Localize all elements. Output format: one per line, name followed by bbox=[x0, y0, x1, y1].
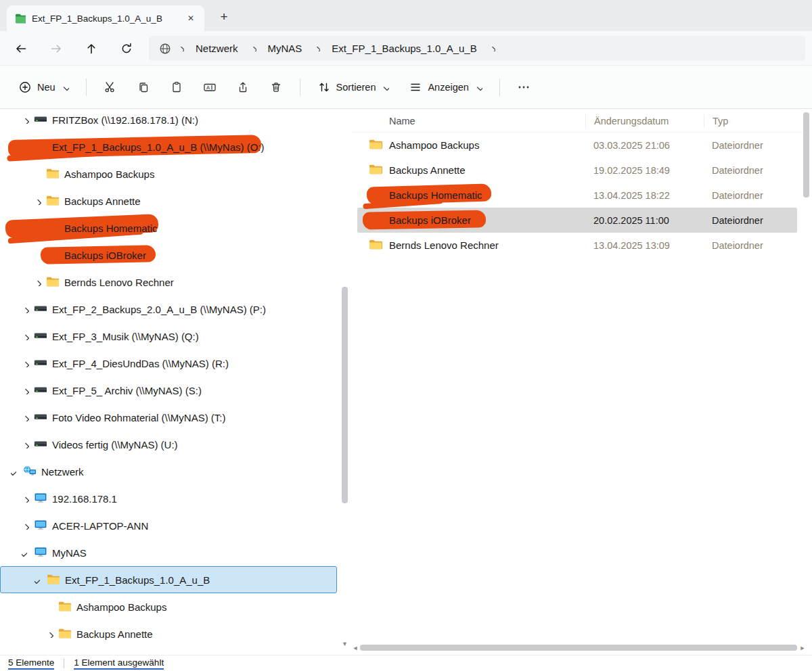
file-name: Backups iOBroker bbox=[389, 214, 585, 226]
file-row-bernds-lenovo-rechner[interactable]: Bernds Lenovo Rechner 13.04.2025 13:09 D… bbox=[357, 233, 797, 258]
chevron-right-icon[interactable] bbox=[18, 491, 32, 506]
file-row-backups-iobroker-selected[interactable]: Backups iOBroker 20.02.2025 11:00 Dateio… bbox=[357, 208, 797, 233]
up-button[interactable] bbox=[78, 37, 103, 60]
share-button[interactable] bbox=[227, 73, 258, 101]
copy-button[interactable] bbox=[128, 73, 159, 101]
chevron-right-icon[interactable] bbox=[18, 410, 32, 425]
status-separator bbox=[64, 659, 64, 668]
sidebar-item-label: MyNAS bbox=[52, 547, 87, 559]
file-list-header: Name Änderungsdatum Typ bbox=[352, 110, 803, 133]
sort-button[interactable]: Sortieren bbox=[309, 73, 399, 101]
chevron-down-icon bbox=[475, 83, 482, 91]
view-button-label: Anzeigen bbox=[428, 82, 468, 93]
rename-icon bbox=[203, 80, 216, 93]
back-button[interactable] bbox=[8, 37, 32, 60]
network-location-icon[interactable] bbox=[156, 42, 173, 54]
drive-icon bbox=[32, 112, 47, 127]
computer-icon bbox=[32, 518, 47, 533]
chevron-right-icon[interactable] bbox=[30, 193, 45, 208]
sidebar-item-label: Ext_FP_1_Backups_1.0_A_u_B bbox=[65, 574, 210, 586]
toolbar: Neu Sortieren Anzeigen bbox=[0, 65, 812, 109]
breadcrumb-mynas[interactable]: MyNAS bbox=[261, 39, 310, 57]
sidebar-item-backups-iobroker[interactable]: Backups iOBroker bbox=[0, 241, 340, 269]
chevron-right-icon[interactable] bbox=[30, 275, 45, 290]
file-row-backups-homematic[interactable]: Backups Homematic 13.04.2025 18:22 Datei… bbox=[357, 183, 797, 208]
sidebar-item-ashampoo-backups-2[interactable]: Ashampoo Backups bbox=[0, 593, 340, 620]
filelist-vertical-scrollbar-thumb[interactable] bbox=[803, 112, 809, 198]
view-button[interactable]: Anzeigen bbox=[400, 73, 491, 101]
sidebar-item-ext-fp-3-q[interactable]: Ext_FP_3_Musik (\\MyNAS) (Q:) bbox=[0, 323, 340, 350]
sidebar-item-fritzbox-n[interactable]: FRITZBox (\\192.168.178.1) (N:) bbox=[0, 106, 340, 133]
column-header-name[interactable]: Name bbox=[389, 116, 585, 126]
file-type: Dateiordner bbox=[704, 190, 797, 201]
toolbar-separator bbox=[499, 78, 500, 96]
sidebar-item-label: Ext_FP_3_Musik (\\MyNAS) (Q:) bbox=[52, 331, 199, 342]
sidebar-item-backups-annette-2[interactable]: Backups Annette bbox=[0, 620, 340, 647]
sidebar-item-videos-fertig-u[interactable]: Videos fertig (\\MyNAS) (U:) bbox=[0, 431, 340, 458]
chevron-right-icon[interactable] bbox=[18, 112, 32, 127]
column-header-modified[interactable]: Änderungsdatum bbox=[585, 114, 704, 128]
folder-icon bbox=[45, 275, 60, 290]
sidebar-item-ext-fp-1-selected[interactable]: Ext_FP_1_Backups_1.0_A_u_B bbox=[0, 566, 337, 593]
sidebar-item-label: Ext_FP_4_DiesUndDas (\\MyNAS) (R:) bbox=[52, 358, 229, 369]
sidebar-item-label: Ext_FP_1_Backups_1.0_A_u_B (\\MyNas) (O:… bbox=[52, 141, 264, 153]
item-count-label: 5 Elemente bbox=[8, 657, 54, 670]
sidebar-item-netzwerk[interactable]: Netzwerk bbox=[0, 458, 340, 485]
more-options-button[interactable] bbox=[508, 73, 539, 101]
delete-button[interactable] bbox=[261, 73, 292, 101]
forward-button[interactable] bbox=[43, 37, 68, 60]
chevron-right-icon[interactable] bbox=[487, 45, 497, 51]
chevron-down-icon[interactable] bbox=[30, 572, 45, 587]
sidebar-item-backups-annette[interactable]: Backups Annette bbox=[0, 187, 340, 214]
filelist-horizontal-scrollbar-thumb[interactable] bbox=[360, 645, 797, 651]
copy-icon bbox=[137, 80, 150, 93]
sidebar-item-bernds-lenovo-rechner[interactable]: Bernds Lenovo Rechner bbox=[0, 269, 340, 296]
scroll-left-arrow[interactable]: ◄ bbox=[351, 644, 359, 652]
folder-icon bbox=[45, 193, 60, 208]
paste-button[interactable] bbox=[161, 73, 192, 101]
chevron-down-icon[interactable] bbox=[18, 545, 32, 560]
chevron-down-icon[interactable] bbox=[7, 464, 22, 479]
sidebar-item-acer-laptop-ann[interactable]: ACER-LAPTOP-ANN bbox=[0, 512, 340, 539]
sidebar-item-foto-video-t[interactable]: Foto Video Rohmaterial (\\MyNAS) (T:) bbox=[0, 404, 340, 431]
chevron-right-icon[interactable] bbox=[18, 302, 32, 317]
breadcrumb-netzwerk[interactable]: Netzwerk bbox=[188, 39, 246, 57]
breadcrumb-current-folder[interactable]: Ext_FP_1_Backups_1.0_A_u_B bbox=[324, 39, 484, 57]
sidebar-item-ext-fp-5-s[interactable]: Ext_FP_5_ Archiv (\\MyNAS) (S:) bbox=[0, 377, 340, 404]
cut-button[interactable] bbox=[95, 73, 126, 101]
sidebar-item-ext-fp-1-o[interactable]: Ext_FP_1_Backups_1.0_A_u_B (\\MyNas) (O:… bbox=[0, 133, 340, 160]
sidebar-item-ext-fp-4-r[interactable]: Ext_FP_4_DiesUndDas (\\MyNAS) (R:) bbox=[0, 350, 340, 377]
chevron-placeholder bbox=[30, 166, 45, 181]
sidebar-item-label: Backups Annette bbox=[64, 195, 141, 207]
chevron-right-icon[interactable] bbox=[18, 383, 32, 398]
file-name: Backups Annette bbox=[389, 164, 585, 176]
new-tab-button[interactable]: + bbox=[212, 5, 235, 28]
chevron-right-icon[interactable] bbox=[18, 518, 32, 533]
scissors-icon bbox=[104, 80, 116, 93]
chevron-right-icon[interactable] bbox=[42, 626, 57, 641]
refresh-button[interactable] bbox=[114, 37, 138, 60]
file-name: Bernds Lenovo Rechner bbox=[389, 239, 585, 251]
scroll-right-arrow[interactable]: ► bbox=[798, 644, 807, 652]
chevron-right-icon[interactable] bbox=[18, 356, 32, 371]
sidebar-item-label: ACER-LAPTOP-ANN bbox=[52, 520, 148, 532]
chevron-right-icon[interactable] bbox=[18, 437, 32, 452]
new-button[interactable]: Neu bbox=[9, 73, 78, 101]
file-row-ashampoo-backups[interactable]: Ashampoo Backups 03.03.2025 21:06 Dateio… bbox=[357, 133, 797, 158]
sidebar-item-ashampoo-backups[interactable]: Ashampoo Backups bbox=[0, 160, 340, 187]
file-row-backups-annette[interactable]: Backups Annette 19.02.2025 18:49 Dateior… bbox=[357, 158, 797, 183]
tab-close-icon[interactable]: ✕ bbox=[183, 10, 199, 26]
sidebar-item-192-168-178-1[interactable]: 192.168.178.1 bbox=[0, 485, 340, 512]
tab-bar: Ext_FP_1_Backups_1.0_A_u_B ✕ + bbox=[0, 0, 812, 31]
rename-button[interactable] bbox=[194, 73, 225, 101]
sidebar-item-backups-homematic[interactable]: Backups Homematic bbox=[0, 214, 340, 241]
sidebar-item-label: Foto Video Rohmaterial (\\MyNAS) (T:) bbox=[52, 412, 225, 423]
sidebar-scroll-down-arrow[interactable]: ▼ bbox=[340, 640, 349, 649]
column-header-type[interactable]: Typ bbox=[704, 114, 803, 128]
sidebar-item-mynas[interactable]: MyNAS bbox=[0, 539, 340, 566]
explorer-tab[interactable]: Ext_FP_1_Backups_1.0_A_u_B ✕ bbox=[7, 5, 204, 31]
chevron-right-icon[interactable] bbox=[18, 329, 32, 344]
address-bar[interactable]: Netzwerk MyNAS Ext_FP_1_Backups_1.0_A_u_… bbox=[149, 36, 805, 61]
sidebar-item-ext-fp-2-p[interactable]: Ext_FP_2_Backups_2.0_A_u_B (\\MyNAS) (P:… bbox=[0, 296, 340, 323]
sidebar-scrollbar-thumb[interactable] bbox=[342, 287, 348, 503]
